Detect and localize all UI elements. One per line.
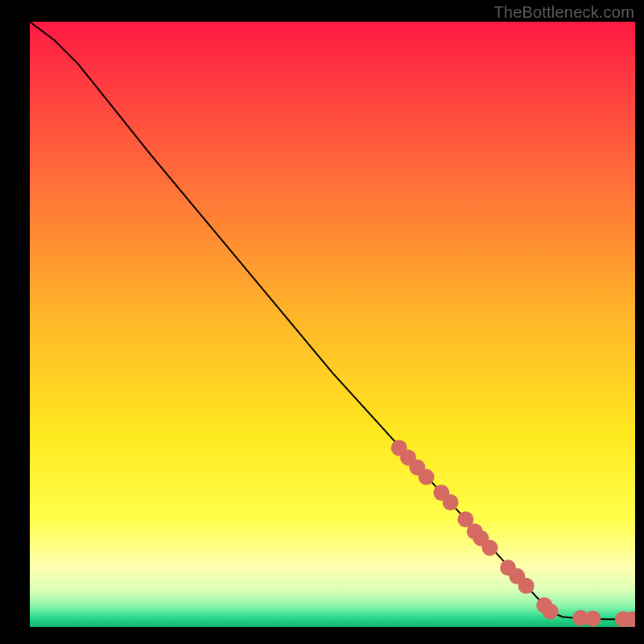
chart-container: TheBottleneck.com (0, 0, 644, 644)
source-label: TheBottleneck.com (493, 3, 634, 22)
data-marker (419, 469, 435, 485)
data-marker (443, 494, 459, 510)
data-marker (543, 603, 559, 619)
data-marker (584, 610, 601, 626)
chart-svg (30, 22, 635, 627)
chart-background (30, 22, 635, 627)
data-marker (518, 578, 535, 594)
plot-area (30, 22, 635, 627)
data-marker (482, 539, 498, 555)
